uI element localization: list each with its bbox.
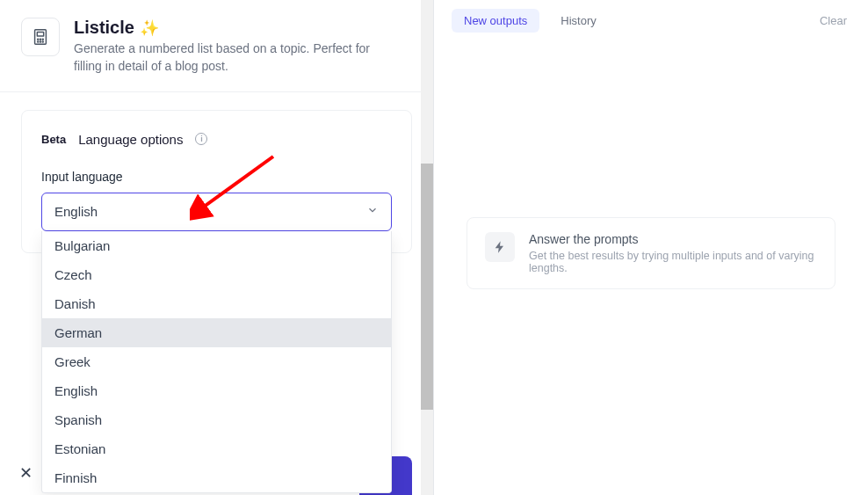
close-icon[interactable]: ✕ (19, 463, 33, 483)
svg-point-2 (38, 39, 39, 40)
svg-point-4 (42, 39, 43, 40)
svg-point-3 (40, 39, 40, 40)
language-option[interactable]: Danish (42, 289, 391, 318)
empty-state-sub: Get the best results by trying multiple … (529, 250, 817, 274)
language-option[interactable]: Czech (42, 260, 391, 289)
language-option[interactable]: English (42, 376, 391, 405)
language-option[interactable]: Finnish (42, 463, 391, 492)
tab-new-outputs[interactable]: New outputs (452, 9, 539, 33)
language-options-card: Beta Language options i Input language E… (21, 110, 412, 253)
language-dropdown[interactable]: BulgarianCzechDanishGermanGreekEnglishSp… (41, 231, 392, 493)
left-scrollbar-track[interactable] (421, 0, 433, 495)
template-title-text: Listicle (74, 18, 134, 38)
language-option[interactable]: Spanish (42, 405, 391, 434)
template-icon (21, 18, 60, 56)
svg-point-5 (38, 41, 39, 42)
sparkle-icon: ✨ (140, 18, 159, 38)
chevron-down-icon (366, 204, 379, 219)
template-title: Listicle ✨ (74, 18, 390, 38)
svg-point-6 (40, 41, 40, 42)
language-option[interactable]: Greek (42, 347, 391, 376)
empty-state-card: Answer the prompts Get the best results … (467, 217, 835, 289)
svg-rect-1 (37, 33, 43, 37)
language-option[interactable]: German (42, 318, 391, 347)
input-language-label: Input language (41, 170, 392, 184)
select-display[interactable]: English (41, 193, 392, 231)
clear-button[interactable]: Clear (816, 9, 850, 33)
info-icon[interactable]: i (195, 133, 207, 145)
template-header: Listicle ✨ Generate a numbered list base… (0, 0, 433, 92)
input-language-select[interactable]: English BulgarianCzechDanishGermanGreekE… (41, 193, 392, 231)
template-description: Generate a numbered list based on a topi… (74, 40, 390, 76)
language-option[interactable]: Bulgarian (42, 231, 391, 260)
section-title: Language options (78, 132, 183, 147)
bolt-icon (485, 232, 515, 262)
tab-history[interactable]: History (548, 9, 608, 33)
language-option[interactable]: Estonian (42, 434, 391, 463)
empty-state-title: Answer the prompts (529, 232, 817, 246)
output-tabs: New outputs History Clear (434, 0, 868, 41)
svg-point-7 (42, 41, 43, 42)
select-current-value: English (54, 204, 98, 219)
beta-tag: Beta (41, 133, 66, 146)
left-scrollbar-thumb[interactable] (421, 164, 433, 410)
